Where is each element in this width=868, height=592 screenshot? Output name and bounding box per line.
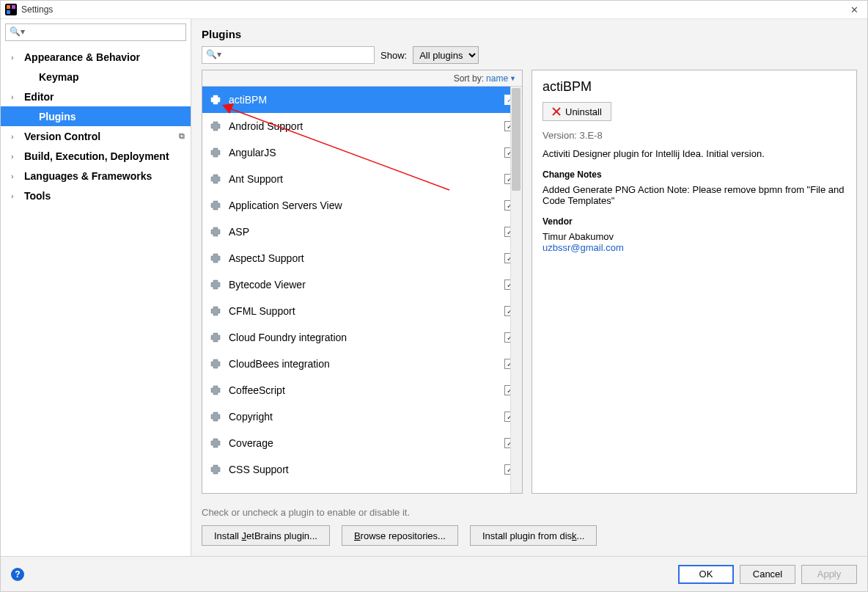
plugin-icon: [210, 173, 221, 185]
plugin-row[interactable]: Bytecode Viewer✓: [202, 271, 522, 298]
show-select[interactable]: All plugins: [413, 46, 479, 64]
sidebar-item-keymap[interactable]: Keymap: [1, 67, 191, 87]
vendor-email[interactable]: uzbssr@gmail.com: [542, 242, 624, 253]
chevron-right-icon: ›: [11, 191, 20, 200]
search-icon: 🔍▾: [206, 49, 221, 59]
sidebar-item-label: Plugins: [39, 111, 76, 123]
change-notes-header: Change Notes: [542, 169, 846, 180]
sidebar-item-label: Tools: [24, 190, 51, 202]
app-icon: [5, 4, 17, 15]
sidebar-item-plugins[interactable]: Plugins: [1, 106, 191, 126]
plugin-icon: [210, 200, 221, 211]
titlebar: Settings ✕: [1, 1, 867, 19]
plugin-row-label: Cloud Foundry integration: [229, 332, 504, 343]
plugins-list[interactable]: actiBPM✓Android Support✓AngularJS✓Ant Su…: [202, 87, 522, 493]
sidebar-item-build-execution-deployment[interactable]: ›Build, Execution, Deployment: [1, 146, 191, 166]
sidebar-item-label: Editor: [24, 91, 54, 103]
sidebar-item-editor[interactable]: ›Editor: [1, 87, 191, 106]
plugin-row-label: Android Support: [229, 120, 504, 132]
plugin-row[interactable]: CloudBees integration✓: [202, 351, 522, 377]
svg-rect-3: [12, 5, 15, 9]
plugin-row[interactable]: AspectJ Support✓: [202, 245, 522, 271]
ok-button[interactable]: OK: [678, 565, 734, 584]
install-jetbrains-button[interactable]: Install JetBrains plugin...: [202, 525, 330, 546]
plugin-row[interactable]: Application Servers View✓: [202, 192, 522, 219]
plugin-row[interactable]: AngularJS✓: [202, 139, 522, 166]
plugin-row[interactable]: CoffeeScript✓: [202, 377, 522, 403]
change-notes: Added Generate PNG Action Note: Please r…: [542, 184, 846, 206]
chevron-right-icon: ›: [11, 92, 20, 101]
svg-rect-2: [7, 10, 10, 14]
plugin-row[interactable]: CFML Support✓: [202, 298, 522, 324]
sidebar-item-appearance-behavior[interactable]: ›Appearance & Behavior: [1, 47, 191, 67]
settings-tree[interactable]: ›Appearance & BehaviorKeymap›EditorPlugi…: [1, 45, 191, 556]
plugin-icon: [210, 305, 221, 317]
plugin-row-label: AngularJS: [229, 147, 504, 158]
plugin-row[interactable]: Coverage✓: [202, 430, 522, 456]
plugin-row-label: ASP: [229, 226, 504, 238]
plugin-row[interactable]: actiBPM✓: [202, 87, 522, 113]
plugin-row-label: CSS Support: [229, 464, 504, 475]
sidebar-item-languages-frameworks[interactable]: ›Languages & Frameworks: [1, 166, 191, 186]
plugin-row-label: CloudBees integration: [229, 358, 504, 370]
uninstall-button[interactable]: Uninstall: [542, 102, 611, 121]
hint-text: Check or uncheck a plugin to enable or d…: [191, 500, 867, 521]
plugin-row-label: CoffeeScript: [229, 384, 504, 396]
scrollbar-thumb[interactable]: [512, 88, 521, 191]
plugin-icon: [210, 120, 221, 132]
vendor-header: Vendor: [542, 216, 846, 227]
plugin-row[interactable]: CSS Support✓: [202, 456, 522, 483]
plugin-row[interactable]: Copyright✓: [202, 403, 522, 430]
plugin-icon: [210, 384, 221, 396]
plugin-name: actiBPM: [542, 79, 846, 95]
plugin-row-label: Coverage: [229, 437, 504, 449]
sort-value: name: [486, 73, 508, 84]
sidebar-item-label: Languages & Frameworks: [24, 170, 152, 182]
plugin-search[interactable]: 🔍▾: [202, 46, 375, 64]
plugin-icon: [210, 279, 221, 290]
plugin-row[interactable]: ASP✓: [202, 219, 522, 245]
sidebar-item-label: Build, Execution, Deployment: [24, 150, 169, 162]
close-icon[interactable]: ✕: [845, 4, 863, 15]
sidebar-item-version-control[interactable]: ›Version Control⧉: [1, 126, 191, 146]
sidebar-search[interactable]: 🔍▾: [5, 23, 186, 41]
plugin-row-label: Application Servers View: [229, 200, 504, 211]
plugin-detail-panel: actiBPM Uninstall Version: 3.E-8 Activit…: [532, 70, 857, 494]
search-icon: 🔍▾: [10, 26, 25, 37]
apply-button[interactable]: Apply: [801, 565, 857, 584]
dialog-footer: ? OK Cancel Apply: [1, 556, 867, 591]
plugin-icon: [210, 437, 221, 449]
browse-repositories-button[interactable]: Browse repositories...: [342, 525, 458, 546]
sidebar-search-input[interactable]: [5, 23, 186, 41]
settings-sidebar: 🔍▾ ›Appearance & BehaviorKeymap›EditorPl…: [1, 19, 191, 556]
install-from-disk-button[interactable]: Install plugin from disk...: [470, 525, 597, 546]
plugin-icon: [210, 411, 221, 423]
plugin-icon: [210, 94, 221, 106]
chevron-right-icon: ›: [11, 172, 20, 180]
sidebar-item-label: Appearance & Behavior: [24, 51, 140, 63]
window-title: Settings: [21, 4, 53, 15]
uninstall-label: Uninstall: [565, 106, 602, 117]
plugin-icon: [210, 332, 221, 343]
sidebar-item-tools[interactable]: ›Tools: [1, 186, 191, 205]
chevron-down-icon: ▼: [510, 75, 516, 82]
plugins-list-panel: Sort by: name ▼ actiBPM✓Android Support✓…: [202, 70, 523, 494]
plugin-row[interactable]: Android Support✓: [202, 113, 522, 139]
plugin-row[interactable]: Cloud Foundry integration✓: [202, 324, 522, 351]
plugin-icon: [210, 358, 221, 370]
plugin-row[interactable]: Ant Support✓: [202, 166, 522, 192]
project-level-icon: ⧉: [179, 131, 185, 141]
plugin-row-label: Copyright: [229, 411, 504, 423]
page-title: Plugins: [191, 19, 867, 46]
uninstall-x-icon: [552, 107, 561, 116]
plugin-search-input[interactable]: [202, 46, 375, 64]
plugin-row-label: Bytecode Viewer: [229, 279, 504, 290]
sidebar-item-label: Version Control: [24, 131, 100, 142]
plugin-row-label: CFML Support: [229, 305, 504, 317]
help-icon[interactable]: ?: [11, 568, 24, 581]
svg-rect-1: [7, 5, 10, 9]
chevron-right-icon: ›: [11, 53, 20, 62]
sort-bar[interactable]: Sort by: name ▼: [202, 70, 522, 87]
cancel-button[interactable]: Cancel: [740, 565, 795, 584]
vendor-name: Timur Abakumov: [542, 231, 846, 242]
